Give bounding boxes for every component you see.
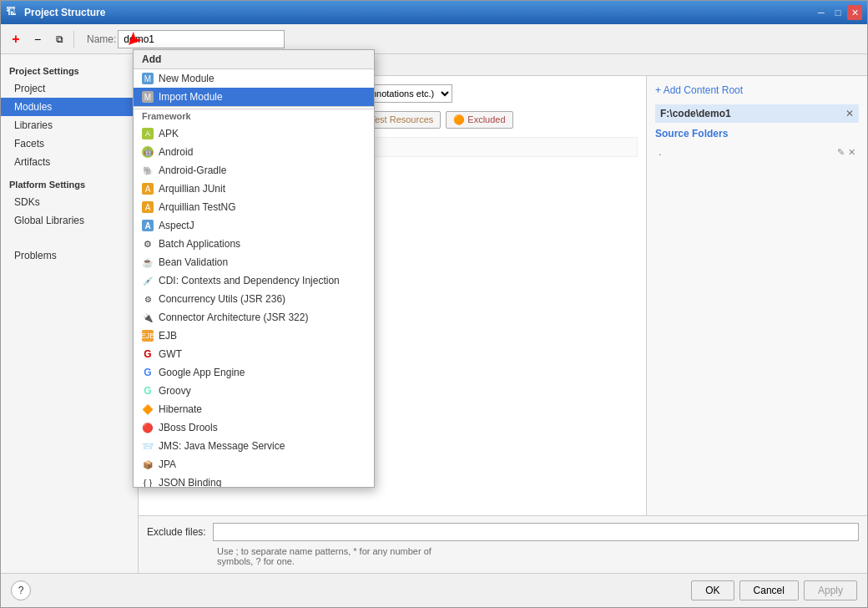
sidebar-item-modules[interactable]: Modules [1,98,138,116]
concurrency-label: Concurrency Utils (JSR 236) [159,293,285,305]
close-dot-button[interactable]: ✕ [848,147,855,158]
sidebar-item-sdks[interactable]: SDKs [1,193,138,211]
drools-icon: 🔴 [142,422,154,433]
concurrency-icon: ⚙ [142,293,154,305]
ejb-label: EJB [159,330,177,342]
source-folders-label: Source Folders [655,126,859,141]
framework-android-gradle[interactable]: 🐘 Android-Gradle [134,161,374,180]
minimize-button[interactable]: ─ [814,5,829,20]
framework-gae[interactable]: G Google App Engine [134,363,374,382]
path-header: F:\code\demo1 ✕ [655,104,859,123]
sidebar-item-facets[interactable]: Facets [1,134,138,153]
framework-jpa[interactable]: 📦 JPA [134,455,374,474]
android-gradle-icon: 🐘 [142,165,154,176]
remove-button[interactable]: − [28,29,48,49]
framework-hibernate[interactable]: 🔶 Hibernate [134,400,374,418]
dropdown-menu: Add M New Module M Import Module Framewo… [133,49,375,488]
framework-cdi[interactable]: 💉 CDI: Contexts and Dependency Injection [134,271,374,290]
framework-jboss-drools[interactable]: 🔴 JBoss Drools [134,418,374,437]
jms-label: JMS: Java Message Service [159,440,285,452]
framework-connector[interactable]: 🔌 Connector Architecture (JSR 322) [134,308,374,327]
cancel-button[interactable]: Cancel [739,580,799,600]
new-module-label: New Module [159,73,214,84]
right-panel: + Add Content Root F:\code\demo1 ✕ Sourc… [646,76,867,515]
android-gradle-label: Android-Gradle [159,165,226,176]
framework-arquillian-junit[interactable]: A Arquillian JUnit [134,180,374,198]
exclude-label: Exclude files: [147,526,206,538]
title-bar: 🏗 Project Structure ─ □ ✕ [1,1,867,24]
framework-apk[interactable]: A APK [134,124,374,143]
name-input[interactable] [118,30,285,48]
connector-label: Connector Architecture (JSR 322) [159,312,308,323]
dropdown-header: Add [134,50,374,69]
bean-validation-icon: ☕ [142,256,154,268]
gae-label: Google App Engine [159,367,245,378]
dot-row: . ✎ ✕ [655,144,859,160]
sidebar-item-project[interactable]: Project [1,79,138,98]
apk-icon: A [142,128,154,139]
framework-separator [134,106,374,107]
window-icon: 🏗 [6,6,19,19]
cdi-label: CDI: Contexts and Dependency Injection [159,275,340,286]
framework-ejb[interactable]: EJB EJB [134,327,374,345]
dialog-footer: ? OK Cancel Apply [1,573,867,607]
framework-gwt[interactable]: G GWT [134,345,374,363]
drools-label: JBoss Drools [159,422,218,433]
content-root-path: F:\code\demo1 [660,108,731,119]
hibernate-icon: 🔶 [142,403,154,415]
jpa-label: JPA [159,459,176,470]
maximize-button[interactable]: □ [830,5,845,20]
arquillian-testng-icon: A [142,201,154,213]
close-button[interactable]: ✕ [847,5,862,20]
new-module-item[interactable]: M New Module [134,69,374,88]
sidebar-item-global-libraries[interactable]: Global Libraries [1,211,138,230]
android-label: Android [159,146,193,158]
name-label: Name: [87,33,116,45]
copy-button[interactable]: ⧉ [49,29,69,49]
sidebar-item-libraries[interactable]: Libraries [1,116,138,134]
toolbar-separator [73,31,74,48]
framework-batch[interactable]: ⚙ Batch Applications [134,235,374,253]
bottom-bar: Exclude files: Use ; to separate name pa… [139,515,867,573]
add-button[interactable]: + [6,29,26,49]
framework-concurrency[interactable]: ⚙ Concurrency Utils (JSR 236) [134,290,374,308]
framework-aspectj[interactable]: A AspectJ [134,216,374,235]
apply-button[interactable]: Apply [804,580,857,600]
import-module-icon: M [142,91,154,103]
ejb-icon: EJB [142,330,154,342]
sidebar-item-problems[interactable]: Problems [1,246,138,265]
excluded-button[interactable]: 🟠 Excluded [446,111,512,129]
gwt-icon: G [142,348,154,360]
new-module-icon: M [142,73,154,84]
json-binding-icon: { } [142,477,154,487]
framework-jms[interactable]: 📨 JMS: Java Message Service [134,437,374,455]
exclude-input[interactable] [213,523,859,541]
edit-dot-button[interactable]: ✎ [837,147,845,158]
bean-validation-label: Bean Validation [159,256,228,268]
toolbar: + − ⧉ Name: [1,24,867,54]
sidebar-item-artifacts[interactable]: Artifacts [1,153,138,171]
framework-bean-validation[interactable]: ☕ Bean Validation [134,253,374,271]
import-module-label: Import Module [159,91,223,103]
android-icon: 🤖 [142,146,154,158]
gae-icon: G [142,367,154,378]
groovy-label: Groovy [159,385,191,397]
path-close-button[interactable]: ✕ [845,108,854,119]
hint-text: Use ; to separate name patterns, * for a… [217,546,859,566]
ok-button[interactable]: OK [691,580,734,600]
framework-android[interactable]: 🤖 Android [134,143,374,161]
project-settings-header: Project Settings [1,61,138,79]
help-button[interactable]: ? [11,580,31,600]
import-module-item[interactable]: M Import Module [134,88,374,106]
framework-arquillian-testng[interactable]: A Arquillian TestNG [134,198,374,216]
groovy-icon: G [142,385,154,397]
gwt-label: GWT [159,348,182,360]
sidebar: Project Settings Project Modules Librari… [1,54,139,573]
dot-actions: ✎ ✕ [837,147,855,158]
hibernate-label: Hibernate [159,403,202,415]
add-content-root-button[interactable]: + Add Content Root [655,84,859,96]
exclude-row: Exclude files: [147,523,859,541]
framework-groovy[interactable]: G Groovy [134,382,374,400]
jms-icon: 📨 [142,440,154,452]
framework-json-binding[interactable]: { } JSON Binding [134,474,374,487]
